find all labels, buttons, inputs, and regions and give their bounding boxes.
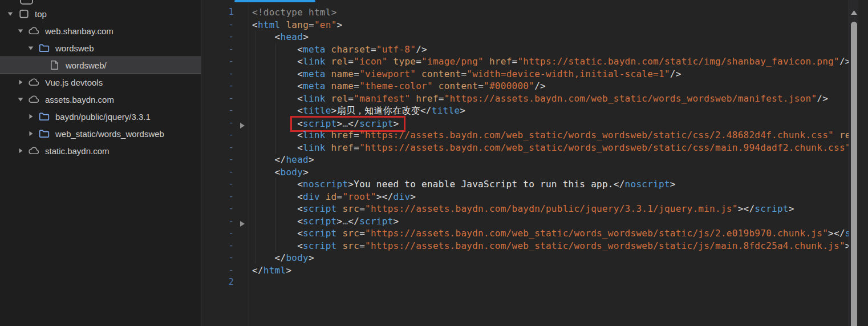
code-line: -<link rel="icon" type="image/png" href=… (202, 55, 858, 68)
tree-item-label: wordsweb/ (66, 61, 107, 70)
code-line: -<meta name="viewport" content="width=de… (202, 68, 858, 81)
line-number[interactable]: 2 (202, 276, 249, 289)
code-line: -<link href="https://assets.baydn.com/we… (202, 129, 858, 142)
code-text: <link rel="icon" type="image/png" href="… (249, 55, 851, 68)
line-number[interactable]: - (202, 191, 249, 203)
line-number[interactable]: - (202, 178, 249, 191)
tree-item-label: web.shanbay.com (45, 26, 113, 36)
code-line: -<head> (202, 31, 858, 43)
code-text: <link href="https://assets.baydn.com/web… (249, 142, 851, 154)
file-icon (48, 60, 60, 70)
file-tree: topweb.shanbay.comwordswebwordsweb/Vue.j… (0, 5, 201, 159)
code-line: 1<!doctype html> (202, 6, 858, 19)
chevron-expanded-icon[interactable] (26, 44, 35, 53)
code-text: <div id="root"></div> (249, 191, 416, 203)
line-number[interactable]: - (202, 68, 249, 81)
code-line: -<link href="https://assets.baydn.com/we… (202, 142, 858, 154)
line-number[interactable]: - (202, 227, 249, 240)
code-line: -<script src="https://assets.baydn.com/w… (202, 227, 858, 240)
line-number[interactable]: - (202, 166, 249, 179)
code-text: </html> (249, 264, 291, 277)
code-text: <meta name="theme-color" content="#00000… (249, 80, 546, 92)
line-number[interactable]: - (202, 80, 249, 92)
tree-item-label: wordsweb (55, 43, 94, 53)
frame-icon (18, 9, 30, 19)
source-code: 1<!doctype html>-<html lang="en">-<head>… (202, 6, 858, 289)
code-text: </head> (249, 154, 314, 166)
cropped-frame-icon (20, 0, 33, 5)
code-text: <meta charset="utf-8"/> (249, 43, 427, 56)
line-number[interactable]: - (202, 31, 249, 43)
active-tab-indicator (234, 0, 315, 2)
line-number[interactable]: - (202, 19, 249, 31)
tree-item-assets-baydn-com[interactable]: assets.baydn.com (0, 91, 201, 108)
code-text: <head> (249, 31, 309, 43)
code-line: -<script>…</script> (202, 215, 858, 228)
line-number[interactable]: - (202, 154, 249, 166)
line-number[interactable]: 1 (202, 6, 249, 19)
tree-item-baydn-public-jquery-3-3-1[interactable]: baydn/public/jquery/3.3.1 (0, 108, 201, 125)
chevron-collapsed-icon[interactable] (16, 78, 25, 87)
code-line: -</html> (202, 264, 858, 277)
chevron-collapsed-icon[interactable] (26, 112, 35, 121)
scroll-up-icon[interactable] (850, 9, 858, 16)
chevron-expanded-icon[interactable] (16, 27, 25, 35)
cloud-icon (28, 77, 40, 87)
folder-icon (38, 43, 50, 53)
tree-item-vue-js-devtools[interactable]: Vue.js devtools (0, 74, 201, 91)
code-line: -<script src="https://assets.baydn.com/b… (202, 203, 858, 215)
code-text: <title>扇贝，知道你在改变</title> (249, 104, 465, 117)
line-number[interactable]: - (202, 240, 249, 252)
code-text: <meta name="viewport" content="width=dev… (249, 68, 682, 81)
fold-toggle-icon[interactable] (239, 120, 246, 127)
code-text: </body> (249, 252, 314, 264)
chevron-expanded-icon[interactable] (16, 95, 25, 104)
code-line: -<script src="https://assets.baydn.com/w… (202, 240, 858, 252)
devtools-sources-panel: topweb.shanbay.comwordswebwordsweb/Vue.j… (0, 0, 868, 326)
source-editor: 1<!doctype html>-<html lang="en">-<head>… (202, 0, 858, 326)
tree-item-label: static.baydn.com (45, 146, 109, 156)
code-line: -<meta name="theme-color" content="#0000… (202, 80, 858, 92)
scrollbar-thumb[interactable] (851, 22, 857, 326)
chevron-collapsed-icon[interactable] (26, 130, 35, 138)
code-text: <script src="https://assets.baydn.com/ba… (249, 203, 794, 215)
folder-icon (38, 111, 50, 122)
code-line: -</head> (202, 154, 858, 166)
scrollbar[interactable] (849, 0, 858, 326)
line-number[interactable]: - (202, 129, 249, 142)
line-number[interactable]: - (202, 142, 249, 154)
code-line: -</body> (202, 252, 858, 264)
cloud-icon (28, 146, 40, 156)
file-tree-sidebar: topweb.shanbay.comwordswebwordsweb/Vue.j… (0, 0, 201, 326)
code-line: -<link rel="manifest" href="https://asse… (202, 92, 858, 105)
cloud-icon (28, 94, 40, 104)
code-line: -<body> (202, 166, 858, 179)
line-number[interactable]: - (202, 252, 249, 264)
tree-item-wordsweb[interactable]: wordsweb/ (0, 57, 201, 74)
code-text: <!doctype html> (249, 6, 337, 19)
code-text: <script>…</script> (249, 117, 405, 130)
folder-icon (38, 128, 50, 139)
tree-item-label: top (35, 9, 47, 19)
tree-item-label: web_static/words_wordsweb (55, 129, 164, 139)
code-line: -<html lang="en"> (202, 19, 858, 31)
line-number[interactable]: - (202, 264, 249, 277)
line-number[interactable]: - (202, 55, 249, 68)
chevron-collapsed-icon[interactable] (16, 147, 25, 155)
code-text: <link href="https://assets.baydn.com/web… (249, 129, 857, 142)
line-number[interactable]: - (202, 92, 249, 105)
tree-item-top[interactable]: top (0, 5, 201, 22)
tree-item-wordsweb[interactable]: wordsweb (0, 39, 201, 57)
line-number[interactable]: - (202, 203, 249, 215)
tree-item-web-static-words-wordsweb[interactable]: web_static/words_wordsweb (0, 125, 201, 142)
tree-item-label: Vue.js devtools (45, 78, 103, 87)
tree-item-web-shanbay-com[interactable]: web.shanbay.com (0, 22, 201, 39)
chevron-expanded-icon[interactable] (6, 10, 14, 18)
twisty-spacer (36, 61, 45, 70)
code-text: <script src="https://assets.baydn.com/we… (249, 240, 857, 252)
line-number[interactable]: - (202, 43, 249, 56)
tree-item-static-baydn-com[interactable]: static.baydn.com (0, 142, 201, 159)
line-number[interactable]: - (202, 104, 249, 117)
fold-toggle-icon[interactable] (239, 218, 246, 225)
code-text (249, 276, 252, 289)
